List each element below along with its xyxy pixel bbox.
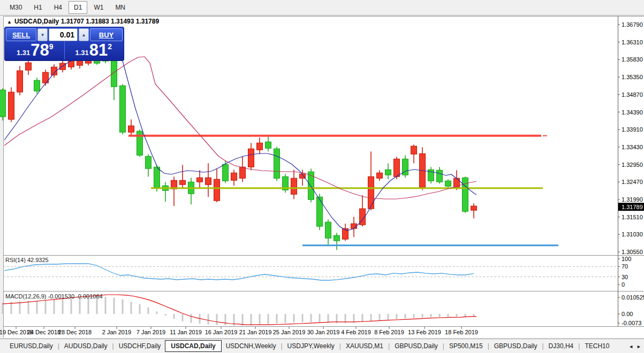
macd-label: MACD(12,26,9) -0.001530 -0.001064	[5, 293, 103, 300]
lot-increase-button[interactable]: ▲	[79, 28, 89, 41]
symbol-header: ▲USDCAD,Daily 1.31707 1.31883 1.31493 1.…	[7, 18, 159, 25]
macd-histogram-bar	[71, 299, 72, 314]
date-axis-label: 16 Jan 2019	[205, 329, 238, 335]
macd-histogram-bar	[422, 314, 423, 318]
candle-body	[180, 180, 186, 185]
candle-body	[120, 86, 126, 132]
macd-histogram-bar	[430, 314, 432, 317]
current-price-label: 1.31789	[622, 204, 643, 210]
rsi-label: RSI(14) 42.9325	[5, 257, 49, 263]
macd-histogram-bar	[319, 314, 321, 323]
timeframe-button-m30[interactable]: M30	[4, 1, 27, 14]
tab-separator: |	[388, 342, 390, 350]
price-axis-label: 1.32950	[622, 162, 643, 168]
candle-body	[334, 235, 340, 241]
macd-histogram-bar	[328, 314, 329, 323]
chart-tab-bar: EURUSD,Daily|AUDUSD,Daily|USDCHF,DailyUS…	[0, 339, 644, 353]
candle-body	[463, 178, 468, 211]
timeframe-button-h4[interactable]: H4	[49, 1, 67, 14]
date-axis-label: 7 Jan 2019	[137, 329, 165, 335]
macd-histogram-bar	[439, 314, 441, 317]
lot-size-input[interactable]	[49, 28, 78, 41]
rsi-axis-label: 0	[622, 281, 625, 288]
tab-separator: |	[339, 342, 341, 350]
ask-price[interactable]: 1.31 81 2	[64, 41, 123, 59]
candle-body	[291, 178, 297, 194]
tab-xauusd-m1[interactable]: XAUUSD,M1	[342, 341, 388, 351]
tab-audusd-daily[interactable]: AUDUSD,Daily	[60, 341, 112, 351]
ask-price-sup: 2	[108, 42, 112, 51]
macd-histogram-bar	[388, 314, 389, 320]
tab-usdcnh-weekly[interactable]: USDCNH,Weekly	[222, 341, 281, 351]
candle-body	[377, 173, 383, 178]
tab-separator: |	[488, 342, 489, 350]
tab-eurusd-daily[interactable]: EURUSD,Daily	[5, 341, 57, 351]
tab-separator: |	[58, 342, 59, 350]
date-axis-label: 18 Feb 2019	[445, 329, 478, 335]
macd-histogram-bar	[293, 314, 295, 323]
macd-histogram-bar	[165, 314, 166, 316]
price-axis-label: 1.33910	[622, 126, 643, 133]
candle-body	[317, 197, 323, 226]
macd-histogram-bar	[396, 314, 398, 319]
buy-button[interactable]: BUY	[90, 28, 123, 41]
collapse-triangle-icon[interactable]: ▲	[7, 19, 12, 25]
tab-scroll-left-icon[interactable]: ◄	[628, 344, 633, 349]
candle-body	[325, 222, 331, 238]
macd-histogram-bar	[456, 314, 458, 317]
macd-histogram-bar	[28, 301, 29, 314]
macd-histogram-bar	[405, 314, 406, 319]
macd-histogram-bar	[302, 314, 304, 322]
candle-body	[411, 146, 417, 154]
tab-usdchf-daily[interactable]: USDCHF,Daily	[115, 341, 165, 351]
tab-gbpusd-daily[interactable]: GBPUSD,Daily	[390, 341, 442, 351]
bid-price-prefix: 1.31	[17, 49, 30, 57]
candle-body	[214, 179, 220, 201]
macd-histogram-bar	[105, 297, 107, 314]
tab-usdjpy-weekly[interactable]: USDJPY,Weekly	[283, 341, 339, 351]
price-axis-label: 1.35350	[622, 74, 643, 80]
tab-dj30-h4[interactable]: DJ30,H4	[544, 341, 578, 351]
tab-gbpusd-daily[interactable]: GBPUSD,Daily	[490, 341, 542, 351]
macd-histogram-bar	[148, 308, 149, 314]
timeframe-button-h1[interactable]: H1	[28, 1, 47, 14]
candle-body	[266, 142, 271, 148]
timeframe-button-w1[interactable]: W1	[88, 1, 109, 14]
tab-usdcad-daily[interactable]: USDCAD,Daily	[165, 340, 221, 352]
candle-body	[111, 60, 117, 87]
candle-body	[223, 164, 229, 181]
date-axis-label: 30 Jan 2019	[307, 329, 340, 335]
date-axis-label: 2 Jan 2019	[102, 329, 131, 335]
date-axis-label: 8 Feb 2019	[374, 329, 404, 335]
macd-histogram-bar	[208, 314, 209, 325]
rsi-axis-label: 30	[622, 274, 628, 280]
macd-histogram-bar	[473, 314, 475, 317]
bid-price-sup: 9	[49, 42, 54, 51]
date-axis-label: 13 Feb 2019	[408, 329, 441, 335]
macd-axis-label: 0.010525	[622, 294, 644, 301]
candle-body	[231, 173, 237, 180]
date-axis-label: 24 Dec 2018	[27, 329, 60, 335]
candle-body	[368, 176, 374, 209]
bid-price[interactable]: 1.31 78 9	[6, 41, 64, 59]
timeframe-button-mn[interactable]: MN	[110, 1, 131, 14]
macd-histogram-bar	[191, 314, 192, 323]
macd-histogram-bar	[96, 297, 98, 314]
sell-button[interactable]: SELL	[6, 28, 36, 41]
tab-tech10[interactable]: TECH10	[580, 341, 613, 351]
tab-scroll-right-icon[interactable]: ►	[637, 344, 641, 349]
macd-histogram-bar	[465, 314, 466, 317]
macd-histogram-bar	[54, 300, 55, 314]
lot-decrease-button[interactable]: ▼	[37, 28, 48, 41]
tab-sp500-m15[interactable]: SP500,M15	[445, 341, 487, 351]
price-axis-label: 1.30550	[622, 249, 643, 255]
timeframe-button-d1[interactable]: D1	[69, 1, 87, 14]
macd-histogram-bar	[259, 314, 261, 325]
candle-body	[146, 156, 151, 168]
candle-body	[437, 170, 443, 182]
macd-histogram-bar	[216, 314, 218, 325]
macd-histogram-bar	[156, 311, 158, 314]
candle-body	[154, 167, 160, 187]
candle-body	[248, 149, 254, 167]
candle-body	[34, 80, 40, 91]
